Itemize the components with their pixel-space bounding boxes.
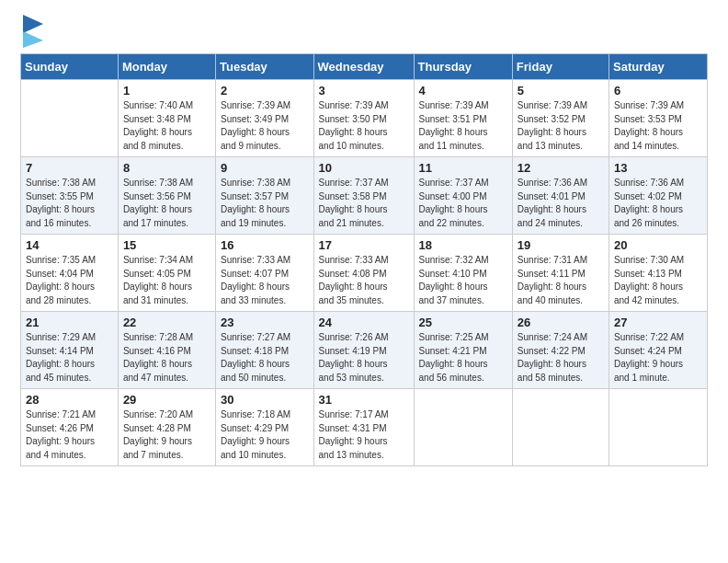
day-number: 14 bbox=[26, 238, 113, 252]
calendar-cell: 24Sunrise: 7:26 AM Sunset: 4:19 PM Dayli… bbox=[313, 312, 414, 389]
day-detail: Sunrise: 7:27 AM Sunset: 4:18 PM Dayligh… bbox=[221, 331, 308, 385]
day-detail: Sunrise: 7:36 AM Sunset: 4:02 PM Dayligh… bbox=[614, 177, 702, 230]
day-of-week-header: Sunday bbox=[21, 54, 119, 80]
header bbox=[20, 17, 708, 48]
calendar-cell bbox=[609, 389, 707, 466]
calendar-cell: 28Sunrise: 7:21 AM Sunset: 4:26 PM Dayli… bbox=[21, 389, 119, 466]
day-number: 11 bbox=[419, 161, 507, 175]
day-detail: Sunrise: 7:37 AM Sunset: 3:58 PM Dayligh… bbox=[319, 177, 409, 230]
calendar-cell bbox=[21, 80, 119, 157]
calendar-cell: 6Sunrise: 7:39 AM Sunset: 3:53 PM Daylig… bbox=[609, 80, 707, 157]
calendar-cell: 19Sunrise: 7:31 AM Sunset: 4:11 PM Dayli… bbox=[512, 235, 609, 312]
day-number: 26 bbox=[518, 316, 604, 329]
day-number: 19 bbox=[518, 238, 604, 252]
day-number: 29 bbox=[123, 393, 210, 407]
day-detail: Sunrise: 7:34 AM Sunset: 4:05 PM Dayligh… bbox=[123, 254, 210, 307]
calendar-cell: 26Sunrise: 7:24 AM Sunset: 4:22 PM Dayli… bbox=[512, 312, 609, 389]
calendar-cell: 14Sunrise: 7:35 AM Sunset: 4:04 PM Dayli… bbox=[21, 235, 119, 312]
day-number: 30 bbox=[221, 393, 308, 407]
calendar-cell: 30Sunrise: 7:18 AM Sunset: 4:29 PM Dayli… bbox=[216, 389, 313, 466]
day-number: 12 bbox=[518, 161, 604, 175]
day-detail: Sunrise: 7:33 AM Sunset: 4:07 PM Dayligh… bbox=[221, 254, 308, 307]
calendar-cell: 21Sunrise: 7:29 AM Sunset: 4:14 PM Dayli… bbox=[21, 312, 119, 389]
day-of-week-header: Saturday bbox=[609, 54, 707, 80]
calendar-cell: 3Sunrise: 7:39 AM Sunset: 3:50 PM Daylig… bbox=[313, 80, 414, 157]
logo-icon bbox=[23, 15, 43, 48]
day-detail: Sunrise: 7:39 AM Sunset: 3:49 PM Dayligh… bbox=[221, 99, 308, 153]
calendar-cell: 18Sunrise: 7:32 AM Sunset: 4:10 PM Dayli… bbox=[414, 235, 512, 312]
day-detail: Sunrise: 7:17 AM Sunset: 4:31 PM Dayligh… bbox=[319, 408, 409, 462]
calendar-cell: 10Sunrise: 7:37 AM Sunset: 3:58 PM Dayli… bbox=[313, 157, 414, 235]
day-detail: Sunrise: 7:37 AM Sunset: 4:00 PM Dayligh… bbox=[419, 177, 507, 230]
calendar-cell: 25Sunrise: 7:25 AM Sunset: 4:21 PM Dayli… bbox=[414, 312, 512, 389]
calendar-cell: 1Sunrise: 7:40 AM Sunset: 3:48 PM Daylig… bbox=[118, 80, 215, 157]
day-number: 20 bbox=[614, 238, 702, 252]
day-number: 24 bbox=[319, 316, 409, 329]
calendar-cell: 31Sunrise: 7:17 AM Sunset: 4:31 PM Dayli… bbox=[313, 389, 414, 466]
calendar-cell: 15Sunrise: 7:34 AM Sunset: 4:05 PM Dayli… bbox=[118, 235, 215, 312]
svg-marker-0 bbox=[23, 15, 43, 33]
calendar-cell: 17Sunrise: 7:33 AM Sunset: 4:08 PM Dayli… bbox=[313, 235, 414, 312]
calendar-table: SundayMondayTuesdayWednesdayThursdayFrid… bbox=[20, 53, 708, 466]
day-detail: Sunrise: 7:33 AM Sunset: 4:08 PM Dayligh… bbox=[319, 254, 409, 307]
day-detail: Sunrise: 7:32 AM Sunset: 4:10 PM Dayligh… bbox=[419, 254, 507, 307]
day-number: 18 bbox=[419, 238, 507, 252]
calendar-week-row: 1Sunrise: 7:40 AM Sunset: 3:48 PM Daylig… bbox=[21, 80, 708, 157]
calendar-header-row: SundayMondayTuesdayWednesdayThursdayFrid… bbox=[21, 54, 708, 80]
calendar-week-row: 28Sunrise: 7:21 AM Sunset: 4:26 PM Dayli… bbox=[21, 389, 708, 466]
day-detail: Sunrise: 7:22 AM Sunset: 4:24 PM Dayligh… bbox=[614, 331, 702, 385]
day-number: 21 bbox=[26, 316, 113, 329]
day-of-week-header: Thursday bbox=[414, 54, 512, 80]
day-number: 31 bbox=[319, 393, 409, 407]
day-detail: Sunrise: 7:40 AM Sunset: 3:48 PM Dayligh… bbox=[123, 99, 210, 153]
day-detail: Sunrise: 7:39 AM Sunset: 3:51 PM Dayligh… bbox=[419, 99, 507, 153]
day-number: 5 bbox=[518, 84, 604, 98]
day-number: 28 bbox=[26, 393, 113, 407]
calendar-cell: 16Sunrise: 7:33 AM Sunset: 4:07 PM Dayli… bbox=[216, 235, 313, 312]
logo bbox=[20, 17, 43, 48]
calendar-cell: 11Sunrise: 7:37 AM Sunset: 4:00 PM Dayli… bbox=[414, 157, 512, 235]
calendar-cell: 5Sunrise: 7:39 AM Sunset: 3:52 PM Daylig… bbox=[512, 80, 609, 157]
day-number: 6 bbox=[614, 84, 702, 98]
calendar-cell bbox=[512, 389, 609, 466]
day-detail: Sunrise: 7:29 AM Sunset: 4:14 PM Dayligh… bbox=[26, 331, 113, 385]
day-detail: Sunrise: 7:38 AM Sunset: 3:57 PM Dayligh… bbox=[221, 177, 308, 230]
day-detail: Sunrise: 7:20 AM Sunset: 4:28 PM Dayligh… bbox=[123, 408, 210, 462]
svg-marker-1 bbox=[23, 31, 43, 48]
day-of-week-header: Wednesday bbox=[313, 54, 414, 80]
day-of-week-header: Monday bbox=[118, 54, 215, 80]
calendar-cell: 22Sunrise: 7:28 AM Sunset: 4:16 PM Dayli… bbox=[118, 312, 215, 389]
calendar-cell: 20Sunrise: 7:30 AM Sunset: 4:13 PM Dayli… bbox=[609, 235, 707, 312]
day-detail: Sunrise: 7:31 AM Sunset: 4:11 PM Dayligh… bbox=[518, 254, 604, 307]
calendar-cell: 2Sunrise: 7:39 AM Sunset: 3:49 PM Daylig… bbox=[216, 80, 313, 157]
calendar-cell: 23Sunrise: 7:27 AM Sunset: 4:18 PM Dayli… bbox=[216, 312, 313, 389]
day-number: 4 bbox=[419, 84, 507, 98]
day-number: 22 bbox=[123, 316, 210, 329]
day-number: 13 bbox=[614, 161, 702, 175]
day-detail: Sunrise: 7:21 AM Sunset: 4:26 PM Dayligh… bbox=[26, 408, 113, 462]
day-detail: Sunrise: 7:39 AM Sunset: 3:52 PM Dayligh… bbox=[518, 99, 604, 153]
day-number: 17 bbox=[319, 238, 409, 252]
calendar-cell: 13Sunrise: 7:36 AM Sunset: 4:02 PM Dayli… bbox=[609, 157, 707, 235]
day-number: 23 bbox=[221, 316, 308, 329]
calendar-week-row: 14Sunrise: 7:35 AM Sunset: 4:04 PM Dayli… bbox=[21, 235, 708, 312]
calendar-cell: 9Sunrise: 7:38 AM Sunset: 3:57 PM Daylig… bbox=[216, 157, 313, 235]
day-detail: Sunrise: 7:39 AM Sunset: 3:50 PM Dayligh… bbox=[319, 99, 409, 153]
day-detail: Sunrise: 7:35 AM Sunset: 4:04 PM Dayligh… bbox=[26, 254, 113, 307]
day-detail: Sunrise: 7:39 AM Sunset: 3:53 PM Dayligh… bbox=[614, 99, 702, 153]
calendar-cell bbox=[414, 389, 512, 466]
day-of-week-header: Friday bbox=[512, 54, 609, 80]
day-detail: Sunrise: 7:30 AM Sunset: 4:13 PM Dayligh… bbox=[614, 254, 702, 307]
day-number: 10 bbox=[319, 161, 409, 175]
calendar-cell: 8Sunrise: 7:38 AM Sunset: 3:56 PM Daylig… bbox=[118, 157, 215, 235]
calendar-week-row: 21Sunrise: 7:29 AM Sunset: 4:14 PM Dayli… bbox=[21, 312, 708, 389]
day-detail: Sunrise: 7:38 AM Sunset: 3:56 PM Dayligh… bbox=[123, 177, 210, 230]
day-detail: Sunrise: 7:24 AM Sunset: 4:22 PM Dayligh… bbox=[518, 331, 604, 385]
day-detail: Sunrise: 7:25 AM Sunset: 4:21 PM Dayligh… bbox=[419, 331, 507, 385]
day-detail: Sunrise: 7:38 AM Sunset: 3:55 PM Dayligh… bbox=[26, 177, 113, 230]
day-number: 16 bbox=[221, 238, 308, 252]
day-detail: Sunrise: 7:26 AM Sunset: 4:19 PM Dayligh… bbox=[319, 331, 409, 385]
day-number: 8 bbox=[123, 161, 210, 175]
day-detail: Sunrise: 7:36 AM Sunset: 4:01 PM Dayligh… bbox=[518, 177, 604, 230]
calendar-cell: 29Sunrise: 7:20 AM Sunset: 4:28 PM Dayli… bbox=[118, 389, 215, 466]
